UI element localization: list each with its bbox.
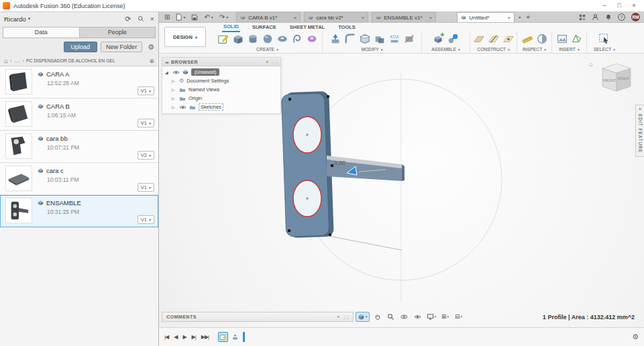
create-cylinder-icon[interactable] bbox=[246, 32, 260, 46]
drag-handle-icon[interactable]: ⋮⋮ bbox=[271, 60, 278, 64]
tree-collapsed-icon[interactable]: ▷ bbox=[172, 96, 176, 101]
measure-icon[interactable] bbox=[521, 32, 534, 46]
list-item-cara-a[interactable]: CARA A 12:52:28 AM V1▾ bbox=[0, 66, 158, 99]
tab-list-icon[interactable]: ▾ bbox=[519, 15, 521, 19]
close-button[interactable]: × bbox=[627, 0, 641, 11]
tab-surface[interactable]: SURFACE bbox=[251, 23, 278, 32]
look-at-icon[interactable] bbox=[412, 312, 423, 322]
step-forward-icon[interactable]: ▶| bbox=[192, 334, 196, 340]
timeline-position-marker[interactable] bbox=[243, 332, 245, 342]
tab-close-icon[interactable]: × bbox=[508, 15, 511, 21]
collapse-browser-icon[interactable]: ◂◂ bbox=[165, 60, 168, 64]
construct-point-icon[interactable] bbox=[502, 32, 515, 46]
fillet-icon[interactable] bbox=[343, 32, 357, 46]
comments-bar[interactable]: COMMENTS ● ⋮⋮ bbox=[162, 312, 354, 322]
document-tab-ensamble[interactable]: ENSAMBLE v1* × bbox=[372, 12, 436, 22]
close-icon[interactable]: × bbox=[639, 107, 642, 112]
comments-options-icon[interactable]: ● bbox=[337, 314, 339, 319]
tab-tools[interactable]: TOOLS bbox=[337, 23, 357, 32]
avatar[interactable]: RM bbox=[631, 13, 640, 21]
version-badge[interactable]: V1▾ bbox=[138, 215, 154, 224]
dimension-label[interactable]: 3.00 bbox=[333, 160, 345, 166]
tab-solid[interactable]: SOLID bbox=[222, 23, 240, 32]
close-panel-icon[interactable]: × bbox=[150, 15, 154, 23]
browser-header[interactable]: ◂◂ BROWSER ● ⋮⋮ bbox=[162, 58, 280, 66]
combine-icon[interactable] bbox=[373, 32, 386, 46]
new-folder-button[interactable]: New Folder bbox=[101, 42, 142, 52]
hole-bottom[interactable] bbox=[293, 180, 321, 217]
insert-canvas-icon[interactable] bbox=[555, 32, 569, 46]
viewcube-display-button[interactable]: ▾ bbox=[356, 312, 370, 322]
version-badge[interactable]: V2▾ bbox=[138, 151, 154, 160]
pan-hand-icon[interactable] bbox=[372, 312, 383, 322]
construct-dropdown[interactable]: CONSTRUCT▾ bbox=[477, 47, 509, 52]
viewcube-right-label[interactable]: RIGHT bbox=[618, 76, 630, 80]
share-project-icon[interactable]: ⊕ bbox=[149, 58, 154, 64]
construct-axis-icon[interactable] bbox=[487, 32, 500, 46]
viewport-canvas[interactable]: 3.00 ◂◂ BROWSER ● ⋮⋮ ◢ ( bbox=[159, 54, 644, 327]
document-tab-untitled[interactable]: Untitled* × bbox=[457, 12, 515, 22]
create-dropdown[interactable]: CREATE▾ bbox=[256, 47, 278, 52]
browser-node-named-views[interactable]: ▷ Named Views bbox=[162, 85, 280, 94]
timeline-extrude-feature[interactable] bbox=[230, 332, 240, 342]
workspace-selector[interactable]: DESIGN ▾ bbox=[164, 27, 206, 47]
document-tab-cara-b[interactable]: CARA B v1* × bbox=[236, 12, 301, 22]
tree-collapsed-icon[interactable]: ▷ bbox=[172, 78, 176, 83]
joint-icon[interactable] bbox=[447, 32, 460, 46]
viewcube-front-label[interactable]: FRONT bbox=[603, 78, 616, 82]
version-badge[interactable]: V1▾ bbox=[138, 119, 154, 127]
grid-snap-icon[interactable]: ⊞ ▾ bbox=[439, 312, 451, 322]
select-cursor-icon[interactable] bbox=[598, 32, 611, 46]
new-component-icon[interactable] bbox=[432, 32, 445, 46]
tree-expanded-icon[interactable]: ◢ bbox=[165, 70, 170, 74]
browser-node-root[interactable]: ◢ (Unsaved) bbox=[162, 68, 280, 76]
view-cube[interactable]: ⌂ FRONT RIGHT bbox=[589, 59, 637, 98]
tree-collapsed-icon[interactable]: ▷ bbox=[172, 105, 176, 109]
version-badge[interactable]: V1▾ bbox=[138, 183, 154, 192]
drag-handle-icon[interactable]: ⋮⋮ bbox=[342, 314, 349, 319]
list-item-cara-c[interactable]: cara c 10:03:11 PM V1▾ bbox=[0, 163, 158, 195]
undo-icon[interactable]: ↶▾ bbox=[204, 14, 213, 21]
create-torus-icon[interactable] bbox=[276, 32, 289, 46]
home-icon[interactable]: ⌂ bbox=[4, 57, 8, 64]
select-dropdown[interactable]: SELECT▾ bbox=[594, 47, 615, 52]
step-back-icon[interactable]: ◀ bbox=[174, 334, 177, 340]
tab-people[interactable]: People bbox=[79, 27, 156, 38]
tab-close-icon[interactable]: × bbox=[294, 15, 297, 21]
browser-node-origin[interactable]: ▷ Origin bbox=[162, 94, 280, 103]
list-item-cara-bb[interactable]: cara bb 10:07:21 PM V2▾ bbox=[0, 131, 158, 163]
browser-options-icon[interactable]: ● bbox=[266, 60, 268, 64]
tab-sheet-metal[interactable]: SHEET METAL bbox=[288, 23, 326, 32]
redo-icon[interactable]: ↷▾ bbox=[219, 14, 228, 21]
create-sketch-icon[interactable] bbox=[217, 32, 230, 46]
maximize-button[interactable]: □ bbox=[612, 0, 627, 11]
profile-icon[interactable] bbox=[592, 13, 599, 21]
breadcrumb-project[interactable]: PC DISPENSADOR DE ALCOHOL EN GEL bbox=[26, 58, 115, 63]
zoom-icon[interactable] bbox=[385, 312, 396, 322]
extensions-icon[interactable] bbox=[579, 14, 586, 21]
modify-dropdown[interactable]: MODIFY▾ bbox=[361, 47, 382, 52]
timeline-sketch-feature[interactable] bbox=[218, 332, 228, 342]
display-settings-icon[interactable]: ▾ bbox=[425, 312, 438, 322]
help-icon[interactable]: ? bbox=[618, 13, 625, 21]
create-form-icon[interactable] bbox=[305, 32, 319, 46]
viewports-icon[interactable]: ⊟ ▾ bbox=[453, 312, 464, 322]
upload-button[interactable]: Upload bbox=[64, 42, 98, 52]
inspect-dropdown[interactable]: INSPECT▾ bbox=[523, 47, 546, 52]
go-to-end-icon[interactable]: ▶▶| bbox=[201, 334, 209, 340]
document-tab-cara-bb[interactable]: cara bb v2* × bbox=[304, 12, 368, 22]
save-icon[interactable] bbox=[191, 14, 198, 21]
data-panel-toggle-icon[interactable]: ⊞ bbox=[164, 14, 170, 21]
go-to-start-icon[interactable]: |◀ bbox=[164, 334, 168, 340]
offset-face-icon[interactable] bbox=[388, 32, 401, 46]
gear-icon[interactable]: ⚙ bbox=[148, 43, 154, 52]
section-analysis-icon[interactable] bbox=[535, 32, 549, 46]
minimize-button[interactable]: – bbox=[597, 0, 612, 11]
tab-close-icon[interactable]: × bbox=[429, 15, 433, 21]
hole-top[interactable] bbox=[293, 117, 321, 153]
file-menu-icon[interactable]: ▾ bbox=[176, 13, 185, 21]
tab-close-icon[interactable]: × bbox=[362, 15, 365, 21]
search-icon[interactable] bbox=[138, 15, 144, 22]
tree-collapsed-icon[interactable]: ▷ bbox=[172, 87, 176, 92]
create-coil-icon[interactable] bbox=[290, 32, 304, 46]
